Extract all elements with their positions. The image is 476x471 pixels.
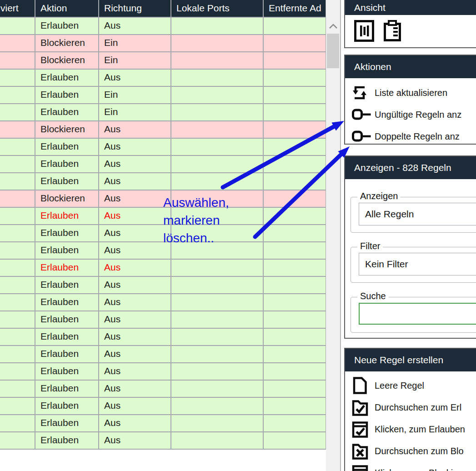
table-row[interactable]: ErlaubenAus: [0, 328, 326, 346]
table-cell[interactable]: [171, 346, 263, 363]
table-cell[interactable]: Aus: [99, 259, 171, 276]
table-cell[interactable]: [171, 121, 263, 138]
table-cell[interactable]: [171, 397, 263, 415]
table-row[interactable]: ErlaubenAus: [0, 432, 326, 449]
table-cell[interactable]: [263, 276, 326, 294]
scroll-up-icon[interactable]: [328, 23, 338, 31]
table-cell[interactable]: Erlauben: [35, 155, 99, 173]
table-cell[interactable]: Erlauben: [35, 207, 99, 225]
table-cell[interactable]: Ein: [99, 86, 171, 104]
table-cell[interactable]: Erlauben: [35, 242, 99, 259]
table-cell[interactable]: Aus: [99, 69, 171, 86]
table-row[interactable]: ErlaubenAus: [0, 380, 326, 397]
table-row[interactable]: BlockierenEin: [0, 35, 326, 52]
table-cell[interactable]: Erlauben: [35, 69, 99, 86]
table-row[interactable]: BlockierenEin: [0, 52, 326, 69]
table-cell[interactable]: [0, 155, 35, 173]
table-cell[interactable]: [0, 328, 35, 346]
table-cell[interactable]: [0, 259, 35, 276]
table-cell[interactable]: [171, 328, 263, 346]
table-cell[interactable]: Erlauben: [35, 380, 99, 397]
table-cell[interactable]: Aus: [99, 207, 171, 225]
filter-select[interactable]: Kein Filter: [359, 253, 476, 276]
table-cell[interactable]: [171, 155, 263, 173]
table-cell[interactable]: [171, 138, 263, 155]
table-cell[interactable]: Erlauben: [35, 138, 99, 155]
table-cell[interactable]: Erlauben: [35, 397, 99, 415]
table-cell[interactable]: [171, 415, 263, 432]
table-row[interactable]: ErlaubenAus: [0, 138, 326, 155]
table-cell[interactable]: Aus: [99, 138, 171, 155]
table-row[interactable]: ErlaubenAus: [0, 363, 326, 380]
table-cell[interactable]: Aus: [99, 432, 171, 449]
action-item[interactable]: Doppelte Regeln anz: [352, 125, 476, 145]
table-cell[interactable]: [171, 104, 263, 121]
new-rule-item[interactable]: Durchsuchen zum Blo: [352, 440, 476, 462]
table-cell[interactable]: Erlauben: [35, 86, 99, 104]
table-cell[interactable]: [0, 104, 35, 121]
table-cell[interactable]: Blockieren: [35, 35, 99, 52]
table-cell[interactable]: [0, 121, 35, 138]
column-header-aktion[interactable]: Aktion: [35, 0, 99, 17]
table-row[interactable]: ErlaubenAus: [0, 311, 326, 328]
table-row[interactable]: ErlaubenAus: [0, 294, 326, 311]
table-cell[interactable]: [171, 259, 263, 276]
table-cell[interactable]: [0, 138, 35, 155]
table-cell[interactable]: [263, 311, 326, 328]
table-cell[interactable]: Aus: [99, 328, 171, 346]
table-cell[interactable]: Erlauben: [35, 294, 99, 311]
table-cell[interactable]: [0, 190, 35, 207]
table-row[interactable]: ErlaubenAus: [0, 276, 326, 294]
table-cell[interactable]: [171, 276, 263, 294]
table-row[interactable]: ErlaubenEin: [0, 104, 326, 121]
table-cell[interactable]: Erlauben: [35, 276, 99, 294]
table-cell[interactable]: Erlauben: [35, 104, 99, 121]
table-cell[interactable]: [0, 17, 35, 35]
new-rule-item[interactable]: Leere Regel: [352, 375, 476, 396]
table-cell[interactable]: [171, 17, 263, 35]
table-cell[interactable]: [171, 86, 263, 104]
action-item[interactable]: Ungültige Regeln anz: [352, 104, 476, 125]
vertical-scrollbar[interactable]: [326, 0, 341, 471]
table-cell[interactable]: [0, 294, 35, 311]
table-cell[interactable]: [0, 35, 35, 52]
table-cell[interactable]: [263, 190, 326, 207]
table-cell[interactable]: Aus: [99, 121, 171, 138]
table-cell[interactable]: Erlauben: [35, 432, 99, 449]
scrollbar-thumb[interactable]: [327, 34, 339, 68]
table-cell[interactable]: Blockieren: [35, 121, 99, 138]
table-cell[interactable]: [171, 294, 263, 311]
table-cell[interactable]: [0, 346, 35, 363]
table-cell[interactable]: [263, 17, 326, 35]
new-rule-item[interactable]: Klicken, zum Erlauben: [352, 418, 476, 440]
column-header-aktiviert[interactable]: viert: [0, 0, 35, 17]
table-cell[interactable]: [171, 380, 263, 397]
table-row[interactable]: ErlaubenEin: [0, 86, 326, 104]
table-cell[interactable]: [263, 346, 326, 363]
column-header-entfernte-adresse[interactable]: Entfernte Ad: [263, 0, 326, 17]
table-cell[interactable]: Erlauben: [35, 17, 99, 35]
table-row[interactable]: ErlaubenAus: [0, 173, 326, 190]
table-cell[interactable]: [263, 86, 326, 104]
table-cell[interactable]: Ein: [99, 104, 171, 121]
table-cell[interactable]: [263, 173, 326, 190]
table-cell[interactable]: [0, 432, 35, 449]
table-cell[interactable]: Erlauben: [35, 173, 99, 190]
table-cell[interactable]: Aus: [99, 397, 171, 415]
table-cell[interactable]: [263, 380, 326, 397]
table-cell[interactable]: [263, 35, 326, 52]
table-cell[interactable]: [263, 207, 326, 225]
table-cell[interactable]: Blockieren: [35, 190, 99, 207]
new-rule-item[interactable]: Durchsuchen zum Erl: [352, 396, 476, 418]
table-cell[interactable]: [171, 52, 263, 69]
clipboard-button[interactable]: [381, 20, 403, 43]
table-cell[interactable]: Aus: [99, 363, 171, 380]
table-cell[interactable]: [263, 432, 326, 449]
table-cell[interactable]: Aus: [99, 311, 171, 328]
search-input[interactable]: [359, 303, 476, 325]
table-cell[interactable]: [263, 155, 326, 173]
table-cell[interactable]: [263, 259, 326, 276]
table-cell[interactable]: [0, 276, 35, 294]
table-cell[interactable]: [0, 207, 35, 225]
table-cell[interactable]: [263, 294, 326, 311]
